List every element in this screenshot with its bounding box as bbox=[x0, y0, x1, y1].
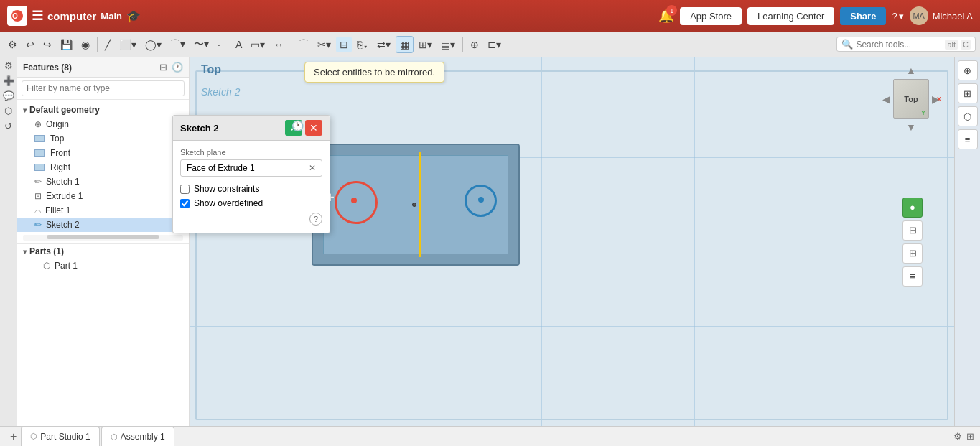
sidebar-item-part1[interactable]: ⬡ Part 1 bbox=[17, 259, 189, 273]
separator-3 bbox=[291, 37, 291, 52]
sidebar-item-origin[interactable]: ⊕ Origin bbox=[17, 117, 189, 131]
sidebar-filter-input[interactable] bbox=[22, 80, 185, 96]
left-shapes-icon[interactable]: ⬡ bbox=[4, 106, 12, 116]
right-snap-icon[interactable]: ⊕ bbox=[958, 60, 978, 80]
undo-button[interactable]: ↩ bbox=[22, 37, 38, 52]
sidebar-item-top[interactable]: Top bbox=[17, 131, 189, 146]
tab-name[interactable]: Main bbox=[101, 11, 122, 22]
view-cube-face[interactable]: Top Y X bbox=[893, 79, 929, 119]
center-dot bbox=[412, 203, 416, 207]
notifications-button[interactable]: 🔔 1 bbox=[658, 8, 674, 24]
show-constraints-checkbox[interactable] bbox=[180, 185, 190, 194]
right-list-icon[interactable]: ≡ bbox=[958, 129, 978, 149]
tab-part-studio[interactable]: ⬡ Part Studio 1 bbox=[21, 427, 99, 447]
spline-tool[interactable]: 〜▾ bbox=[190, 36, 213, 53]
toolbar: ⚙ ↩ ↪ 💾 ◉ ╱ ⬜▾ ◯▾ ⌒▾ 〜▾ · A ▭▾ ↔ ⌒ ✂▾ ⊟ … bbox=[0, 32, 980, 57]
sidebar-item-fillet1[interactable]: ⌓ Fillet 1 bbox=[17, 203, 189, 218]
svg-text:O: O bbox=[12, 12, 18, 20]
statusbar-columns-icon[interactable]: ⊞ bbox=[966, 431, 974, 442]
share-button[interactable]: Share bbox=[840, 7, 886, 25]
app-store-button[interactable]: App Store bbox=[680, 7, 742, 25]
snap-tool[interactable]: ⊕ bbox=[467, 37, 482, 52]
save-button[interactable]: 💾 bbox=[57, 37, 76, 52]
sketch-mode-button[interactable]: ◉ bbox=[78, 37, 93, 52]
copy-tool[interactable]: ⎘▾ bbox=[353, 37, 372, 52]
view-cube-up-arrow[interactable]: ▲ bbox=[906, 65, 916, 76]
text-tool[interactable]: A bbox=[232, 37, 246, 52]
search-input[interactable] bbox=[856, 40, 942, 50]
left-add-icon[interactable]: ➕ bbox=[3, 75, 14, 86]
sketch-panel-body: Sketch plane Face of Extrude 1 ✕ Show co… bbox=[173, 141, 330, 233]
view-cube[interactable]: ▲ ◀ Top Y X ▶ ▼ bbox=[882, 65, 940, 136]
sidebar-clock-icon[interactable]: 🕐 bbox=[172, 62, 183, 73]
separator-1 bbox=[97, 37, 98, 52]
user-menu[interactable]: MA Michael A bbox=[910, 6, 973, 25]
measure-tool[interactable]: ▤▾ bbox=[437, 37, 459, 52]
constraint-tool[interactable]: ⊏▾ bbox=[484, 37, 505, 52]
sidebar-item-extrude1-label: Extrude 1 bbox=[46, 191, 83, 201]
transform-tool[interactable]: ⇄▾ bbox=[373, 37, 394, 52]
arc-tool[interactable]: ⌒▾ bbox=[167, 36, 189, 53]
sketch-cancel-button[interactable]: ✕ bbox=[305, 120, 322, 136]
sketch-panel-header: Sketch 2 🕐 ✓ ✕ bbox=[173, 116, 330, 141]
extrude-icon: ⊡ bbox=[34, 191, 42, 201]
canvas[interactable]: Top Sketch 2 Select entities to be mirro… bbox=[190, 57, 954, 426]
grad-cap-icon[interactable]: 🎓 bbox=[126, 9, 141, 23]
parts-section-header[interactable]: ▾ Parts (1) bbox=[17, 244, 189, 259]
grid-view[interactable]: ⊞▾ bbox=[415, 37, 436, 52]
help-button[interactable]: ? ▾ bbox=[892, 11, 903, 22]
view-cube-left-arrow[interactable]: ◀ bbox=[882, 93, 890, 105]
sketch-help-area: ? bbox=[180, 213, 322, 226]
left-chat-icon[interactable]: 💬 bbox=[3, 90, 14, 101]
left-history-icon[interactable]: ↺ bbox=[4, 121, 12, 131]
circle-red-dot bbox=[351, 198, 357, 203]
object-background: + bbox=[312, 144, 520, 266]
learning-center-button[interactable]: Learning Center bbox=[747, 7, 834, 25]
sketch-help-button[interactable]: ? bbox=[309, 213, 322, 226]
sketch-icon-1: ✏ bbox=[34, 177, 42, 187]
tab-assembly[interactable]: ⬡ Assembly 1 bbox=[101, 427, 174, 447]
sidebar-filter-area bbox=[17, 78, 189, 100]
toolbar-settings-icon[interactable]: ⚙ bbox=[4, 37, 21, 52]
sketch-timer-button[interactable]: 🕐 bbox=[291, 120, 304, 131]
add-tab-button[interactable]: + bbox=[6, 430, 21, 443]
tooltip-mirror: Select entities to be mirrored. bbox=[304, 62, 444, 83]
view-cube-down-arrow[interactable]: ▼ bbox=[906, 121, 916, 133]
mirror-line bbox=[419, 152, 421, 257]
statusbar-settings-icon[interactable]: ⚙ bbox=[953, 431, 962, 442]
line-tool[interactable]: ╱ bbox=[101, 37, 114, 52]
show-overdefined-checkbox[interactable] bbox=[180, 199, 190, 208]
sidebar-item-sketch1[interactable]: ✏ Sketch 1 bbox=[17, 175, 189, 189]
right-layers-icon[interactable]: ⬡ bbox=[958, 106, 978, 126]
sidebar-layout-icon[interactable]: ⊟ bbox=[159, 62, 167, 73]
user-name: Michael A bbox=[933, 11, 973, 22]
canvas-table-icon[interactable]: ⊞ bbox=[902, 243, 923, 264]
sidebar-item-extrude1[interactable]: ⊡ Extrude 1 bbox=[17, 189, 189, 203]
tab-part-studio-label: Part Studio 1 bbox=[40, 432, 90, 442]
dimension-tool[interactable]: ↔ bbox=[270, 37, 287, 52]
canvas-color-icon[interactable]: ● bbox=[902, 198, 923, 218]
show-overdefined-row: Show overdefined bbox=[180, 198, 322, 208]
sketch-plane-clear-button[interactable]: ✕ bbox=[309, 163, 316, 173]
mirror-tool[interactable]: ⊟ bbox=[336, 37, 352, 52]
sidebar-item-sketch2[interactable]: ✏ Sketch 2 bbox=[17, 218, 189, 232]
construction-tool[interactable]: ▭▾ bbox=[247, 37, 269, 52]
default-geometry-section[interactable]: ▾ Default geometry bbox=[17, 103, 189, 117]
circle-tool[interactable]: ◯▾ bbox=[141, 37, 165, 52]
right-grid-icon[interactable]: ⊞ bbox=[958, 83, 978, 103]
sidebar-item-front[interactable]: Front bbox=[17, 146, 189, 160]
canvas-list-icon[interactable]: ≡ bbox=[902, 266, 923, 287]
left-settings-icon[interactable]: ⚙ bbox=[4, 60, 13, 71]
redo-button[interactable]: ↪ bbox=[39, 37, 55, 52]
fillet-tool[interactable]: ⌒ bbox=[295, 36, 312, 53]
point-tool[interactable]: · bbox=[214, 37, 224, 52]
canvas-layers-icon[interactable]: ⊟ bbox=[902, 220, 923, 241]
rectangle-tool[interactable]: ⬜▾ bbox=[116, 37, 140, 52]
sidebar-item-top-label: Top bbox=[50, 134, 64, 144]
sidebar-item-right[interactable]: Right bbox=[17, 160, 189, 175]
sketch-panel-buttons: ✓ ✕ bbox=[285, 120, 322, 136]
logo-area: O ☰ computer Main 🎓 bbox=[7, 6, 141, 26]
hamburger-icon[interactable]: ☰ bbox=[32, 8, 43, 24]
3d-view[interactable]: ▦ bbox=[396, 36, 414, 53]
trim-tool[interactable]: ✂▾ bbox=[314, 37, 335, 52]
